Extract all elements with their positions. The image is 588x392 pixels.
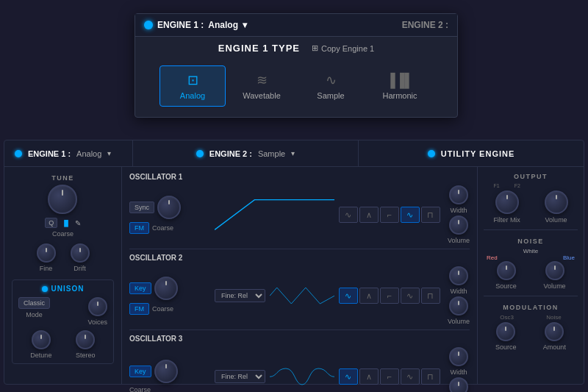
osc2-wave-buttons: ∿ ∧ ⌐ ∿ ⊓ <box>339 288 440 304</box>
engine1-power-btn[interactable] <box>144 21 153 29</box>
copy-engine-button[interactable]: ⊞ Copy Engine 1 <box>312 43 374 53</box>
engine-type-sample[interactable]: ∿ Sample <box>298 65 364 107</box>
noise-volume-container: Volume <box>544 261 566 290</box>
coarse-knob[interactable] <box>48 185 77 214</box>
osc3-wave-sine[interactable]: ∿ <box>339 368 358 385</box>
detune-knob[interactable] <box>32 330 51 349</box>
noise-section: NOISE White Red Blue Source Volume <box>484 238 578 296</box>
osc2-volume-knob[interactable] <box>449 296 468 316</box>
osc3-wave-saw[interactable]: ⌐ <box>380 368 399 385</box>
analog-label: Analog <box>180 91 205 100</box>
engine-type-harmonic[interactable]: ▐▐▌ Harmonic <box>367 65 433 107</box>
mode-select[interactable]: Classic <box>18 297 50 309</box>
osc3-wave-square[interactable]: ⊓ <box>421 368 440 385</box>
osc2-key-btn[interactable]: Key <box>129 282 151 294</box>
osc2-fm-btn[interactable]: FM <box>129 303 149 315</box>
osc3-wave-ramp[interactable]: ∿ <box>401 368 420 385</box>
bars-icon: ▐▌ <box>62 220 70 227</box>
tune-title: TUNE <box>12 174 114 182</box>
osc1-wave-sine[interactable]: ∿ <box>339 207 358 223</box>
osc1-wave-square[interactable]: ⊓ <box>421 207 440 223</box>
top-panel-header: ENGINE 1 : Analog ▾ ENGINE 2 : <box>135 14 457 37</box>
osc1-wave-tri[interactable]: ∧ <box>359 207 379 223</box>
main-engine2-type[interactable]: Sample <box>258 149 285 158</box>
voices-knob[interactable] <box>88 297 107 316</box>
osc1-wave-ramp[interactable]: ∿ <box>401 207 420 223</box>
osc1-coarse-knob[interactable] <box>157 196 181 219</box>
osc3-volume-container: Volume <box>448 377 470 392</box>
osc2-width-container: Width <box>449 266 468 295</box>
osc2-coarse-knob[interactable] <box>154 277 178 300</box>
main-engine2-power[interactable] <box>196 150 204 157</box>
osc3-coarse-container <box>154 360 178 383</box>
osc3-key-btn[interactable]: Key <box>129 366 151 377</box>
oscillator-2-block: OSCILLATOR 2 Key FM Coarse <box>129 254 470 330</box>
osc2-wave-tri[interactable]: ∧ <box>359 288 379 304</box>
mod-amount-knob[interactable] <box>545 322 564 341</box>
engine-type-wavetable[interactable]: ≋ Wavetable <box>229 65 295 107</box>
copy-icon: ⊞ <box>312 43 318 53</box>
osc1-sync-btn[interactable]: Sync <box>129 202 154 213</box>
osc2-volume-container: Volume <box>448 296 470 325</box>
unison-power[interactable] <box>42 286 48 292</box>
osc1-volume-container: Volume <box>448 215 470 244</box>
fine-knob[interactable] <box>37 243 56 263</box>
q-button[interactable]: Q <box>45 218 57 228</box>
osc1-wave-saw[interactable]: ⌐ <box>380 207 399 223</box>
blue-noise-label: Blue <box>563 254 575 261</box>
drift-knob[interactable] <box>71 243 90 263</box>
utility-power[interactable] <box>428 150 435 157</box>
filter-mix-label: Filter Mix <box>493 216 520 224</box>
main-content: TUNE Q ▐▌ ✎ Coarse Fin <box>4 167 584 384</box>
oscillator-1-block: OSCILLATOR 1 Sync FM Coarse <box>129 173 470 249</box>
osc2-coarse-container <box>154 277 178 300</box>
output-volume-knob[interactable] <box>545 190 568 214</box>
top-panel: ENGINE 1 : Analog ▾ ENGINE 2 : ENGINE 1 … <box>135 13 458 118</box>
osc2-wave-square[interactable]: ⊓ <box>421 288 440 304</box>
wavetable-label: Wavetable <box>243 91 281 100</box>
coarse-knob-container: Q ▐▌ ✎ Coarse <box>45 185 80 238</box>
sample-label: Sample <box>317 91 344 100</box>
edit-button[interactable]: ✎ <box>75 219 81 227</box>
filter-mix-knob[interactable] <box>495 190 519 214</box>
osc3-coarse-knob[interactable] <box>154 360 178 383</box>
tune-section: TUNE Q ▐▌ ✎ Coarse Fin <box>12 174 114 272</box>
noise-source-label: Source <box>495 282 517 290</box>
main-header-utility: UTILITY ENGINE <box>359 140 584 166</box>
fine-label: Fine <box>40 265 53 272</box>
main-engine2-arrow[interactable]: ▾ <box>291 149 295 157</box>
noise-source-knob[interactable] <box>497 261 516 280</box>
noise-volume-knob[interactable] <box>545 261 564 280</box>
osc3-volume-knob[interactable] <box>449 377 468 392</box>
main-engine1-arrow[interactable]: ▾ <box>107 149 111 157</box>
osc1-fm-btn[interactable]: FM <box>129 222 149 234</box>
mod-source-knob[interactable] <box>496 322 515 341</box>
osc2-fine-dropdown[interactable]: Fine: Rel Fine: Abs <box>215 289 265 302</box>
osc3-wave-tri[interactable]: ∧ <box>359 368 379 385</box>
stereo-knob[interactable] <box>76 330 95 349</box>
main-engine1-power[interactable] <box>15 150 22 157</box>
right-panel: OUTPUT F1 F2 Filter Mix Volume <box>477 167 584 384</box>
engine1-type-dropdown[interactable]: Analog <box>208 20 238 30</box>
engine1-select[interactable]: ENGINE 1 : Analog ▾ <box>144 20 247 30</box>
osc1-coarse-container <box>157 196 181 219</box>
osc3-width-knob[interactable] <box>449 347 468 366</box>
osc2-width-knob[interactable] <box>449 266 468 285</box>
osc2-wave-saw[interactable]: ⌐ <box>380 288 399 304</box>
main-engine1-label: ENGINE 1 : <box>28 149 71 158</box>
osc2-wave-ramp[interactable]: ∿ <box>401 288 420 304</box>
f1-label: F1 <box>493 183 499 188</box>
engine1-dropdown-arrow[interactable]: ▾ <box>243 20 247 30</box>
main-engine1-type[interactable]: Analog <box>76 149 101 158</box>
engine-type-analog[interactable]: ⊡ Analog <box>159 65 226 107</box>
osc1-volume-knob[interactable] <box>449 215 468 235</box>
osc1-coarse-label: Coarse <box>152 224 173 232</box>
osc3-fine-dropdown[interactable]: Fine: Rel Fine: Abs <box>215 370 265 383</box>
osc1-waveform-svg <box>215 193 334 237</box>
modulation-section: MODULATION Osc3 Noise Source Amount <box>484 304 578 357</box>
analog-icon: ⊡ <box>187 72 198 88</box>
osc2-wave-sine[interactable]: ∿ <box>339 288 358 304</box>
osc1-controls: Sync FM Coarse <box>129 196 210 234</box>
osc1-width-knob[interactable] <box>449 185 468 204</box>
mod-source-label: Source <box>495 343 517 351</box>
